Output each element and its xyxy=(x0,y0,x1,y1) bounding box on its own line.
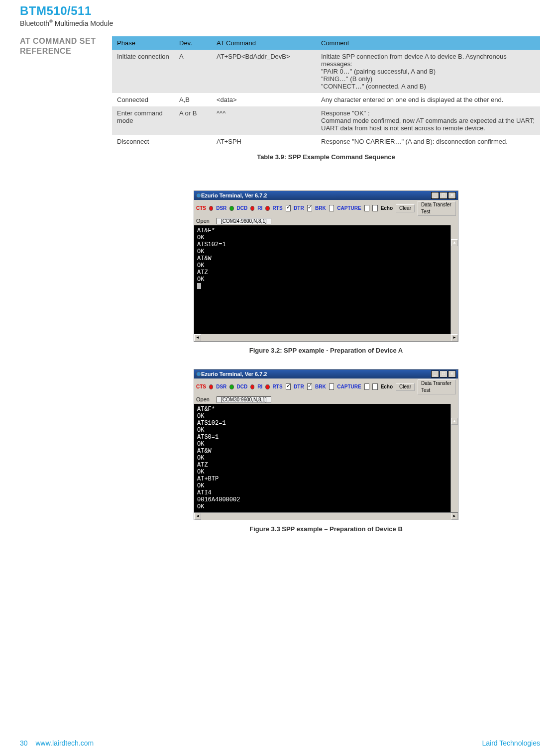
echo-checkbox[interactable] xyxy=(372,205,378,211)
capture-label: CAPTURE xyxy=(337,384,361,389)
th-comment: Comment xyxy=(316,36,540,50)
status-toolbar: CTS DSR DCD RI RTS DTR BRK CAPTURE Echo … xyxy=(194,200,458,217)
data-transfer-test-button[interactable]: Data Transfer Test xyxy=(418,201,456,216)
cursor-icon xyxy=(197,283,201,289)
data-transfer-test-button[interactable]: Data Transfer Test xyxy=(418,379,456,394)
terminal-output[interactable]: AT&F* OK ATS102=1 OK AT&W OK ATZ OK ▲ ▼ xyxy=(194,225,458,334)
scroll-right-icon[interactable]: ► xyxy=(451,334,458,341)
vertical-scrollbar[interactable]: ▲ ▼ xyxy=(450,225,458,334)
page-title: BTM510/511 xyxy=(20,4,540,18)
cell-cmd: ^^^ xyxy=(212,106,316,135)
subtitle-pre: Bluetooth xyxy=(20,19,49,27)
page-number: 30 xyxy=(20,739,28,747)
brk-checkbox[interactable] xyxy=(329,205,335,211)
figure-caption-b: Figure 3.3 SPP example – Preparation of … xyxy=(112,525,540,533)
terminal-window-a: Ezurio Terminal, Ver 6.7.2 _ □ × CTS DSR… xyxy=(194,190,458,342)
maximize-icon[interactable]: □ xyxy=(440,371,448,378)
dsr-label: DSR xyxy=(216,384,226,389)
cell-dev: A or B xyxy=(174,106,212,135)
vertical-scrollbar[interactable]: ▲ ▼ xyxy=(450,404,458,512)
capture-label: CAPTURE xyxy=(337,205,361,211)
dcd-led-icon xyxy=(250,384,254,389)
dtr-label: DTR xyxy=(294,205,304,211)
table-row: Disconnect AT+SPH Response "NO CARRIER…"… xyxy=(112,135,540,148)
cts-led-icon xyxy=(209,206,213,211)
ri-led-icon xyxy=(265,384,269,389)
scroll-track[interactable] xyxy=(451,260,458,334)
dsr-led-icon xyxy=(229,206,233,211)
figure-caption-a: Figure 3.2: SPP example - Preparation of… xyxy=(112,347,540,354)
minimize-icon[interactable]: _ xyxy=(431,371,439,378)
maximize-icon[interactable]: □ xyxy=(440,192,448,199)
cell-comment: Any character entered on one end is disp… xyxy=(316,93,540,106)
app-icon xyxy=(196,372,201,377)
section-heading: AT COMMAND SET REFERENCE xyxy=(20,36,107,56)
page-subtitle: Bluetooth® Multimedia Module xyxy=(20,19,540,27)
rts-checkbox[interactable] xyxy=(286,383,291,390)
cell-cmd: AT+SPH xyxy=(212,135,316,148)
terminal-window-b: Ezurio Terminal, Ver 6.7.2 _ □ × CTS DSR… xyxy=(194,369,458,520)
page-footer: 30 www.lairdtech.com Laird Technologies xyxy=(20,739,540,747)
echo-checkbox[interactable] xyxy=(372,383,378,390)
dcd-led-icon xyxy=(250,206,254,211)
echo-label: Echo xyxy=(381,384,393,389)
rts-checkbox[interactable] xyxy=(286,205,291,211)
subtitle-reg-mark: ® xyxy=(49,19,53,24)
horizontal-scrollbar[interactable]: ◄ ► xyxy=(194,512,458,520)
scroll-right-icon[interactable]: ► xyxy=(451,513,458,520)
close-icon[interactable]: × xyxy=(448,192,456,199)
scroll-left-icon[interactable]: ◄ xyxy=(194,513,201,520)
ri-led-icon xyxy=(265,206,269,211)
cell-comment: Response "OK" : Command mode confirmed, … xyxy=(316,106,540,135)
brk-label: BRK xyxy=(315,384,326,389)
scroll-track[interactable] xyxy=(201,513,451,520)
scroll-up-icon[interactable]: ▲ xyxy=(451,239,458,246)
table-caption: Table 3.9: SPP Example Command Sequence xyxy=(112,153,540,161)
dcd-label: DCD xyxy=(237,205,248,211)
section-heading-line1: AT COMMAND SET xyxy=(20,37,96,45)
clear-button[interactable]: Clear xyxy=(396,383,415,391)
subtitle-post: Multimedia Module xyxy=(53,19,113,27)
cts-led-icon xyxy=(209,384,213,389)
terminal-output-text: AT&F* OK ATS102=1 OK AT&W OK ATZ OK xyxy=(197,227,226,283)
open-label: Open xyxy=(196,396,210,402)
brk-label: BRK xyxy=(315,205,326,211)
ri-label: RI xyxy=(257,205,262,211)
horizontal-scrollbar[interactable]: ◄ ► xyxy=(194,334,458,341)
window-titlebar[interactable]: Ezurio Terminal, Ver 6.7.2 _ □ × xyxy=(194,370,458,378)
th-dev: Dev. xyxy=(174,36,212,50)
cell-phase: Enter command mode xyxy=(112,106,174,135)
dsr-led-icon xyxy=(229,384,233,389)
echo-label: Echo xyxy=(381,205,393,211)
terminal-output-text: AT&F* OK ATS102=1 OK ATS0=1 OK AT&W OK A… xyxy=(197,406,240,510)
com-port-display: [COM24:9600,N,8,1] xyxy=(217,218,271,224)
scroll-track[interactable] xyxy=(201,334,451,341)
scroll-track[interactable] xyxy=(451,439,458,512)
clear-button[interactable]: Clear xyxy=(396,204,415,212)
dsr-label: DSR xyxy=(216,205,226,211)
terminal-output[interactable]: AT&F* OK ATS102=1 OK ATS0=1 OK AT&W OK A… xyxy=(194,404,458,512)
minimize-icon[interactable]: _ xyxy=(431,192,439,199)
table-row: Initiate connection A AT+SPD<BdAddr_DevB… xyxy=(112,50,540,93)
table-row: Enter command mode A or B ^^^ Response "… xyxy=(112,106,540,135)
close-icon[interactable]: × xyxy=(448,371,456,378)
cts-label: CTS xyxy=(196,205,206,211)
capture-checkbox[interactable] xyxy=(364,205,370,211)
cell-dev xyxy=(174,135,212,148)
cell-phase: Connected xyxy=(112,93,174,106)
dtr-checkbox[interactable] xyxy=(307,205,313,211)
cell-dev: A xyxy=(174,50,212,93)
cell-cmd: <data> xyxy=(212,93,316,106)
brk-checkbox[interactable] xyxy=(329,383,335,390)
dcd-label: DCD xyxy=(237,384,248,389)
window-titlebar[interactable]: Ezurio Terminal, Ver 6.7.2 _ □ × xyxy=(194,191,458,200)
rts-label: RTS xyxy=(273,205,283,211)
status-toolbar: CTS DSR DCD RI RTS DTR BRK CAPTURE Echo … xyxy=(194,378,458,395)
scroll-up-icon[interactable]: ▲ xyxy=(451,418,458,425)
capture-checkbox[interactable] xyxy=(364,383,370,390)
scroll-left-icon[interactable]: ◄ xyxy=(194,334,201,341)
cts-label: CTS xyxy=(196,384,206,389)
table-row: Connected A,B <data> Any character enter… xyxy=(112,93,540,106)
section-heading-line2: REFERENCE xyxy=(20,47,71,55)
dtr-checkbox[interactable] xyxy=(307,383,313,390)
